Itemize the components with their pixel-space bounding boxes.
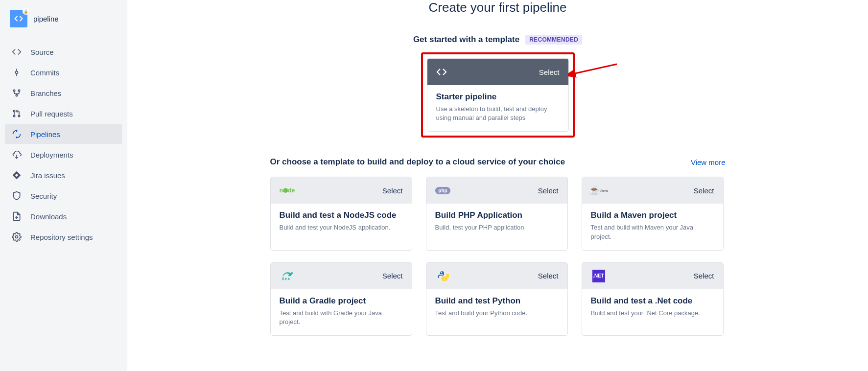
card-description: Test and build with Gradle your Java pro… bbox=[280, 309, 403, 326]
card-description: Test and build with Maven your Java proj… bbox=[591, 223, 714, 241]
select-button[interactable]: Select bbox=[538, 186, 559, 195]
featured-section-header: Get started with a template RECOMMENDED bbox=[147, 35, 848, 45]
card-title: Build a Gradle project bbox=[280, 296, 403, 306]
sidebar-item-deployments[interactable]: Deployments bbox=[5, 145, 122, 164]
php-icon: php bbox=[435, 185, 451, 196]
template-card-dotnet[interactable]: .NET Select Build and test a .Net code B… bbox=[582, 262, 724, 336]
select-button[interactable]: Select bbox=[694, 272, 714, 280]
featured-highlight-annotation: Select Starter pipeline Use a skeleton t… bbox=[421, 52, 575, 138]
svg-point-5 bbox=[16, 94, 17, 96]
card-body: Build a Gradle project Test and build wi… bbox=[271, 289, 412, 335]
card-header: .NET Select bbox=[582, 263, 723, 289]
card-header: Select bbox=[426, 263, 567, 289]
sidebar-item-downloads[interactable]: Downloads bbox=[5, 207, 122, 226]
svg-point-11 bbox=[16, 236, 18, 238]
sidebar-item-label: Jira issues bbox=[30, 171, 65, 180]
card-body: Build and test a NodeJS code Build and t… bbox=[271, 204, 412, 241]
sidebar-item-repo-settings[interactable]: Repository settings bbox=[5, 227, 122, 247]
starter-pipeline-card[interactable]: Select Starter pipeline Use a skeleton t… bbox=[427, 58, 569, 132]
gradle-icon bbox=[280, 271, 295, 281]
deployments-icon bbox=[11, 150, 23, 160]
template-card-maven[interactable]: ☕Java Select Build a Maven project Test … bbox=[582, 177, 724, 250]
templates-header: Or choose a template to build and deploy… bbox=[270, 157, 726, 167]
project-header[interactable]: 🔒 pipeline bbox=[5, 10, 122, 27]
card-title: Build a Maven project bbox=[591, 210, 714, 220]
sidebar-item-label: Downloads bbox=[30, 212, 67, 221]
shield-icon bbox=[11, 191, 23, 201]
downloads-icon bbox=[11, 211, 23, 221]
project-name: pipeline bbox=[33, 15, 59, 23]
templates-section-label: Or choose a template to build and deploy… bbox=[270, 157, 565, 167]
card-body: Build and test Python Test and build you… bbox=[426, 289, 567, 326]
sidebar-item-commits[interactable]: Commits bbox=[5, 63, 122, 82]
card-title: Starter pipeline bbox=[436, 92, 560, 102]
maven-icon: ☕Java bbox=[591, 185, 607, 196]
svg-point-7 bbox=[13, 115, 15, 116]
card-header: Select bbox=[427, 59, 568, 85]
card-body: Starter pipeline Use a skeleton to build… bbox=[427, 85, 568, 131]
card-description: Build and test your .Net Core package. bbox=[591, 309, 714, 318]
sidebar-item-label: Pipelines bbox=[30, 130, 60, 139]
sidebar-item-label: Deployments bbox=[30, 151, 73, 159]
templates-section: Or choose a template to build and deploy… bbox=[270, 157, 726, 336]
card-header: Select bbox=[271, 263, 412, 289]
sidebar-item-branches[interactable]: Branches bbox=[5, 83, 122, 103]
sidebar-item-label: Pull requests bbox=[30, 110, 73, 118]
dotnet-icon: .NET bbox=[591, 271, 607, 281]
template-card-gradle[interactable]: Select Build a Gradle project Test and b… bbox=[270, 262, 412, 336]
sidebar: 🔒 pipeline Source Commits Branches Pull … bbox=[0, 0, 127, 371]
sidebar-item-jira-issues[interactable]: Jira issues bbox=[5, 165, 122, 185]
template-card-nodejs[interactable]: n⬢de Select Build and test a NodeJS code… bbox=[270, 177, 412, 250]
svg-point-0 bbox=[16, 71, 18, 74]
featured-section-label: Get started with a template bbox=[413, 35, 519, 45]
select-button[interactable]: Select bbox=[694, 186, 714, 195]
template-card-php[interactable]: php Select Build PHP Application Build, … bbox=[426, 177, 568, 250]
card-description: Build, test your PHP application bbox=[435, 223, 559, 232]
sidebar-item-pull-requests[interactable]: Pull requests bbox=[5, 104, 122, 123]
card-title: Build and test a NodeJS code bbox=[280, 210, 403, 220]
sidebar-item-source[interactable]: Source bbox=[5, 42, 122, 62]
python-icon bbox=[435, 271, 451, 281]
svg-point-8 bbox=[18, 115, 20, 116]
card-description: Build and test your NodeJS application. bbox=[280, 223, 403, 232]
svg-line-12 bbox=[573, 64, 617, 74]
sidebar-item-label: Repository settings bbox=[30, 233, 93, 241]
project-avatar: 🔒 bbox=[10, 10, 27, 27]
card-header: n⬢de Select bbox=[271, 177, 412, 204]
featured-wrapper: Select Starter pipeline Use a skeleton t… bbox=[147, 52, 848, 138]
card-header: ☕Java Select bbox=[582, 177, 723, 204]
select-button[interactable]: Select bbox=[539, 68, 560, 76]
svg-point-6 bbox=[13, 110, 15, 112]
select-button[interactable]: Select bbox=[382, 186, 403, 195]
sidebar-item-label: Branches bbox=[30, 89, 61, 97]
card-description: Use a skeleton to build, test and deploy… bbox=[436, 105, 560, 122]
nodejs-icon: n⬢de bbox=[280, 185, 295, 196]
sidebar-item-label: Source bbox=[30, 48, 54, 56]
sidebar-item-security[interactable]: Security bbox=[5, 186, 122, 206]
branches-icon bbox=[11, 88, 23, 98]
recommended-badge: RECOMMENDED bbox=[525, 35, 582, 45]
main-content: Create your first pipeline Get started w… bbox=[127, 0, 868, 371]
page-title: Create your first pipeline bbox=[147, 0, 848, 15]
card-body: Build PHP Application Build, test your P… bbox=[426, 204, 567, 241]
select-button[interactable]: Select bbox=[538, 272, 559, 280]
templates-grid: n⬢de Select Build and test a NodeJS code… bbox=[270, 177, 726, 336]
card-body: Build a Maven project Test and build wit… bbox=[582, 204, 723, 250]
view-more-link[interactable]: View more bbox=[691, 158, 726, 166]
svg-point-4 bbox=[18, 90, 20, 91]
pull-requests-icon bbox=[11, 109, 23, 118]
code-icon bbox=[11, 47, 23, 57]
pipelines-icon bbox=[11, 129, 23, 139]
arrow-annotation bbox=[568, 59, 622, 84]
jira-icon bbox=[11, 170, 23, 180]
sidebar-item-pipelines[interactable]: Pipelines bbox=[5, 124, 122, 144]
gear-icon bbox=[11, 232, 23, 242]
sidebar-item-label: Commits bbox=[30, 69, 59, 77]
template-card-python[interactable]: Select Build and test Python Test and bu… bbox=[426, 262, 568, 336]
sidebar-item-label: Security bbox=[30, 192, 57, 200]
select-button[interactable]: Select bbox=[382, 272, 403, 280]
commits-icon bbox=[11, 68, 23, 77]
code-icon bbox=[436, 67, 447, 77]
card-title: Build and test Python bbox=[435, 296, 559, 306]
lock-icon: 🔒 bbox=[23, 8, 29, 15]
